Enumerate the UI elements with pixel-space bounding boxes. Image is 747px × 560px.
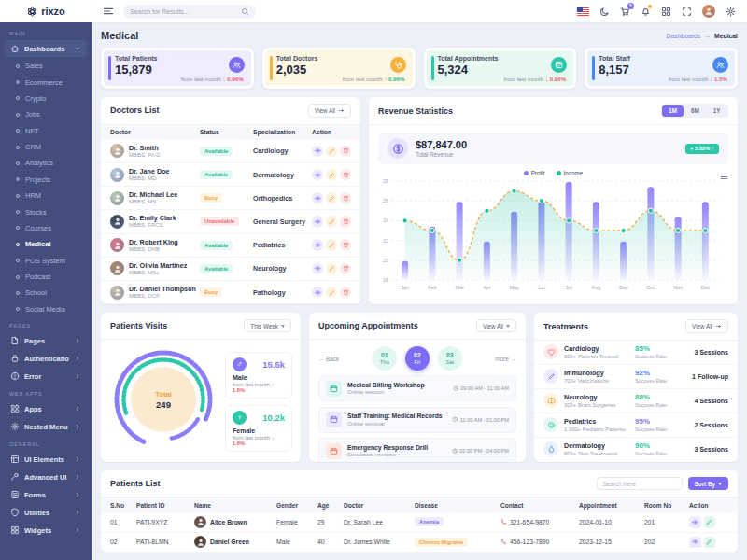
delete-button[interactable] <box>340 263 351 275</box>
apps-grid-button[interactable] <box>661 7 671 17</box>
sidebar-subitem-school[interactable]: School <box>0 285 92 301</box>
notifications-button[interactable] <box>641 7 651 17</box>
doctor-degree: MBBS, FRCS <box>129 222 176 229</box>
patients-search-input[interactable] <box>597 477 683 490</box>
search-input[interactable] <box>130 8 236 15</box>
edit-button[interactable] <box>326 216 337 228</box>
settings-button[interactable] <box>726 7 736 17</box>
sidebar-subitem-analytics[interactable]: Analytics <box>0 155 92 171</box>
revenue-range-toggle: 1M6M1Y <box>661 104 728 118</box>
legend-item-profit[interactable]: Profit <box>524 170 545 176</box>
sidebar-subitem-hrm[interactable]: HRM <box>0 188 92 203</box>
range-toggle-1y[interactable]: 1Y <box>707 105 727 117</box>
sidebar-item-nested-menu[interactable]: Nested Menu <box>5 418 87 435</box>
page-title: Medical <box>101 30 138 41</box>
sidebar-subitem-pos-system[interactable]: POS System <box>0 253 92 269</box>
sidebar-item-advanced-ui[interactable]: Advanced UI <box>5 469 87 485</box>
sidebar-subitem-nft[interactable]: NFT <box>0 123 92 139</box>
delete-button[interactable] <box>340 146 351 158</box>
sidebar-subitem-social-media[interactable]: Social Media <box>0 301 92 317</box>
legend-item-income[interactable]: Income <box>557 170 584 176</box>
sidebar-subitem-ecommerce[interactable]: Ecommerce <box>0 74 92 90</box>
patient-appointment: 2024-01-10 <box>579 519 644 525</box>
delete-button[interactable] <box>340 192 351 204</box>
sidebar-subitem-projects[interactable]: Projects <box>0 172 92 188</box>
delete-button[interactable] <box>340 216 351 228</box>
back-button[interactable]: ← Back <box>318 356 339 362</box>
accent-bar <box>108 56 111 80</box>
view-button[interactable] <box>312 287 323 299</box>
user-avatar-button[interactable] <box>702 5 715 18</box>
sidebar-subitem-sales[interactable]: Sales <box>0 58 92 74</box>
sidebar-item-apps[interactable]: Apps <box>5 400 87 417</box>
sidebar-item-utilities[interactable]: Utilities <box>5 504 87 521</box>
sidebar-subitem-medical[interactable]: Medical <box>0 236 92 252</box>
sidebar-subitem-courses[interactable]: Courses <box>0 220 92 236</box>
status-badge: Busy <box>200 287 222 297</box>
range-toggle-6m[interactable]: 6M <box>684 105 706 117</box>
appointment-item[interactable]: Medical Billing Workshop Online session … <box>318 375 516 401</box>
view-button[interactable] <box>689 516 701 528</box>
edit-button[interactable] <box>326 146 337 158</box>
delete-button[interactable] <box>340 287 351 299</box>
language-flag-button[interactable] <box>577 7 589 16</box>
dark-mode-button[interactable] <box>599 7 610 17</box>
cart-button[interactable]: 5 <box>620 7 630 17</box>
day-chip-sat[interactable]: 03Sat <box>438 346 462 371</box>
file-icon <box>10 336 20 345</box>
stat-card-2[interactable]: Total Appointments 5,324 from last month… <box>424 48 577 89</box>
sidebar-item-ui-elements[interactable]: UI Elements <box>5 451 87 468</box>
fullscreen-button[interactable] <box>682 7 692 17</box>
stat-card-0[interactable]: Total Patients 15,879 from last month ↓ … <box>101 48 254 89</box>
delete-button[interactable] <box>340 169 351 181</box>
delete-button[interactable] <box>340 239 351 251</box>
sidebar-subitem-podcast[interactable]: Podcast <box>0 269 92 285</box>
appointments-view-all-dropdown[interactable]: View All <box>476 319 516 332</box>
more-button[interactable]: more → <box>496 356 516 362</box>
view-button[interactable] <box>689 537 701 549</box>
appointment-item[interactable]: Emergency Response Drill Simulation exer… <box>318 438 516 462</box>
sidebar-item-widgets[interactable]: Widgets <box>5 522 87 539</box>
sort-by-button[interactable]: Sort By <box>688 477 728 490</box>
stat-card-1[interactable]: Total Doctors 2,035 from last month ↑ 0.… <box>262 48 416 89</box>
edit-button[interactable] <box>326 239 337 251</box>
sidebar-subitem-jobs[interactable]: Jobs <box>0 106 92 122</box>
svg-text:Nov: Nov <box>673 285 683 290</box>
day-chip-fri[interactable]: 02Fri <box>405 346 430 371</box>
stat-card-3[interactable]: Total Staff 8,157 from last month ↓ 1.5% <box>585 48 738 89</box>
arrow-right-icon <box>715 323 722 330</box>
edit-button[interactable] <box>326 169 337 181</box>
menu-toggle-button[interactable] <box>103 6 114 17</box>
doctors-view-all-button[interactable]: View All <box>308 104 351 118</box>
view-button[interactable] <box>312 216 323 228</box>
app-logo[interactable]: rixzo <box>0 0 92 22</box>
edit-button[interactable] <box>326 263 337 275</box>
view-button[interactable] <box>312 239 323 251</box>
doctor-degree: MBBS, MSc <box>129 270 187 276</box>
breadcrumb-parent[interactable]: Dashboards <box>667 33 701 39</box>
sidebar-item-authentication[interactable]: Authentication <box>5 350 87 367</box>
edit-button[interactable] <box>326 287 337 299</box>
treatments-view-all-button[interactable]: View All <box>685 319 728 333</box>
view-button[interactable] <box>312 169 323 181</box>
sidebar-item-forms[interactable]: Forms <box>5 486 87 503</box>
sidebar-subitem-stocks[interactable]: Stocks <box>0 203 92 219</box>
appointment-item[interactable]: Staff Training: Medical Records Online s… <box>318 407 516 433</box>
edit-button[interactable] <box>326 192 337 204</box>
chart-menu-icon[interactable] <box>720 168 728 185</box>
range-toggle-1m[interactable]: 1M <box>662 105 684 117</box>
view-button[interactable] <box>312 263 323 275</box>
sidebar-item-dashboards[interactable]: Dashboards <box>5 40 87 57</box>
sidebar-item-error[interactable]: Error <box>5 368 87 385</box>
sidebar-subitem-crypto[interactable]: Crypto <box>0 91 92 106</box>
view-button[interactable] <box>312 192 323 204</box>
edit-button[interactable] <box>704 516 716 528</box>
view-button[interactable] <box>312 146 323 158</box>
sidebar-item-pages[interactable]: Pages <box>5 332 87 349</box>
patient-id: PATI-8LMN <box>136 539 194 545</box>
day-chip-thu[interactable]: 01Thu <box>373 346 397 371</box>
visits-period-dropdown[interactable]: This Week <box>244 319 291 332</box>
sidebar-subitem-crm[interactable]: CRM <box>0 139 92 155</box>
sidebar-nav: MAIN Dashboards Sales Ecommerce Crypto J… <box>0 22 92 542</box>
edit-button[interactable] <box>704 537 716 549</box>
